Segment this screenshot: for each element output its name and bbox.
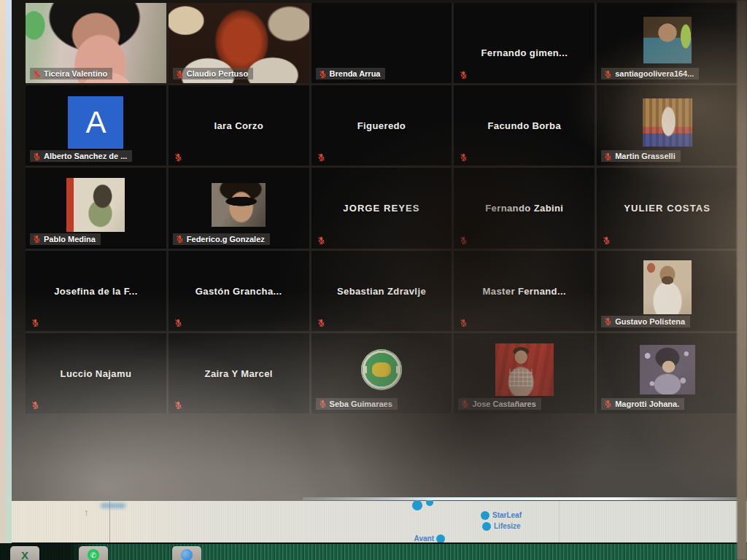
participant-name: Magrotti Johana. [615, 400, 679, 408]
participant-name-tag: Alberto Sanchez de ... [30, 150, 132, 162]
muted-mic-icon [317, 319, 325, 327]
muted-mic-icon [604, 152, 612, 160]
participant-tile[interactable]: Pablo Medina [26, 168, 166, 248]
muted-mic-icon [33, 152, 41, 160]
participant-tile[interactable]: Magrotti Johana. [597, 333, 738, 413]
participant-tile[interactable]: Figueredo [311, 85, 452, 166]
participant-name: Ticeira Valentino [44, 69, 107, 78]
chart-dot-label: Avant [414, 534, 434, 542]
participant-name-tag: Magrotti Johana. [601, 398, 684, 410]
participant-name: Sebastian Zdravlje [311, 285, 452, 296]
avatar-photo [495, 343, 554, 396]
muted-mic-icon [460, 236, 468, 244]
participant-tile[interactable]: Fernando gimen... [454, 3, 595, 83]
participant-tile[interactable]: JORGE REYES [311, 168, 452, 248]
participant-name: Martin Grasselli [615, 152, 676, 160]
muted-mic-icon [33, 70, 41, 78]
muted-mic-icon [31, 319, 39, 327]
whatsapp-icon[interactable]: ✆ [79, 546, 108, 560]
participant-tile[interactable]: Brenda Arrua [311, 3, 452, 83]
participant-tile[interactable]: santiagoolivera164... [597, 3, 738, 83]
avatar-photo [66, 178, 125, 232]
excel-icon[interactable]: X [10, 546, 39, 560]
participant-tile[interactable]: YULIER COSTAS [597, 168, 738, 248]
muted-mic-icon [604, 400, 612, 408]
participant-name: Claudio Pertuso [187, 69, 248, 78]
participant-name: Luccio Najamu [26, 368, 166, 378]
avatar-photo [643, 17, 692, 63]
background-window-strip: ↑ StarLeafLifesizeAvant [0, 501, 747, 542]
participant-name-tag: santiagoolivera164... [601, 68, 699, 79]
muted-mic-icon [317, 236, 325, 244]
participant-tile[interactable]: Facundo Borba [454, 85, 595, 166]
muted-mic-icon [604, 70, 612, 78]
participant-tile[interactable]: Federico.g Gonzalez [169, 168, 309, 248]
chart-dot [412, 500, 422, 510]
muted-mic-icon [174, 319, 182, 327]
participant-name-tag: Gustavo Polistena [601, 316, 690, 327]
participant-tile[interactable]: Martin Grasselli [597, 85, 738, 166]
participant-name: Fernando Zabini [454, 203, 595, 214]
muted-mic-icon [174, 153, 182, 161]
chart-dot-label: Lifesize [494, 522, 521, 530]
participant-name: Gastón Grancha... [169, 285, 309, 296]
participant-tile[interactable]: Master Fernand... [454, 251, 595, 331]
monitor-bezel-left-inner [6, 0, 12, 543]
chart-dot [482, 522, 491, 531]
participant-tile[interactable]: Sebastian Zdravlje [311, 251, 452, 331]
chart-dot-label: StarLeaf [492, 511, 522, 519]
participant-name-tag: Pablo Medina [30, 233, 101, 245]
participant-name-tag: Federico.g Gonzalez [173, 233, 270, 245]
muted-mic-icon [174, 401, 182, 409]
chart-grid-line [559, 501, 560, 542]
participant-tile[interactable]: Fernando Zabini [454, 168, 595, 248]
participant-tile[interactable]: Jose Castañares [454, 333, 595, 413]
monitor-bezel-right [737, 0, 747, 560]
muted-mic-icon [460, 71, 468, 79]
muted-mic-icon [319, 400, 327, 408]
muted-mic-icon [319, 70, 327, 78]
illegible-chart-label [101, 503, 125, 508]
muted-mic-icon [33, 235, 41, 243]
participant-name-tag: Seba Guimaraes [316, 398, 398, 410]
photo-of-monitor: Ticeira Valentino Claudio Pertuso Brenda… [0, 0, 747, 560]
participant-name: Seba Guimaraes [330, 400, 392, 408]
muted-mic-icon [176, 235, 184, 243]
participant-grid: Ticeira Valentino Claudio Pertuso Brenda… [26, 3, 738, 413]
blue-app-icon[interactable] [172, 546, 201, 560]
monitor-bezel-left [0, 0, 6, 543]
window-bottom-glow [303, 497, 747, 500]
participant-tile[interactable]: Luccio Najamu [26, 333, 166, 413]
excel-x-glyph: X [21, 549, 28, 560]
participant-tile[interactable]: Zaira Y Marcel [169, 333, 309, 413]
participant-name: Gustavo Polistena [615, 317, 685, 326]
participant-name: Fernando gimen... [454, 47, 595, 58]
participant-tile[interactable]: Seba Guimaraes [311, 333, 452, 413]
participant-name: santiagoolivera164... [615, 69, 694, 78]
avatar-photo [212, 183, 266, 227]
participant-name: Pablo Medina [44, 235, 96, 244]
participant-tile[interactable]: Gastón Grancha... [169, 251, 309, 331]
participant-name: Federico.g Gonzalez [187, 235, 265, 244]
participant-tile[interactable]: Josefina de la F... [26, 251, 166, 331]
participant-name: Josefina de la F... [26, 285, 166, 296]
participant-name: Facundo Borba [454, 120, 595, 131]
desk-taskbar: X✆ [0, 542, 747, 560]
muted-mic-icon [460, 153, 468, 161]
participant-name: Zaira Y Marcel [169, 368, 309, 378]
avatar-logo [355, 345, 408, 394]
avatar-letter: A [68, 96, 123, 149]
participant-tile[interactable]: Claudio Pertuso [169, 3, 309, 83]
participant-name: Alberto Sanchez de ... [44, 152, 127, 160]
muted-mic-icon [603, 236, 611, 244]
participant-name: JORGE REYES [311, 203, 452, 214]
participant-tile[interactable]: Iara Corzo [169, 85, 309, 166]
muted-mic-icon [604, 317, 612, 325]
participant-tile[interactable]: A Alberto Sanchez de ... [26, 85, 166, 166]
participant-tile[interactable]: Ticeira Valentino [26, 3, 166, 83]
participant-name: Iara Corzo [169, 120, 309, 131]
muted-mic-icon [317, 153, 325, 161]
avatar-photo [643, 98, 692, 147]
participant-name: Jose Castañares [472, 400, 535, 408]
participant-tile[interactable]: Gustavo Polistena [597, 251, 738, 331]
